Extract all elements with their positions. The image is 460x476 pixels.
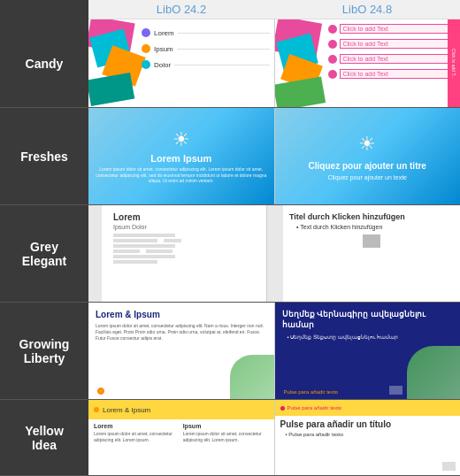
yellow-label: Yellow Idea [0, 400, 88, 476]
yellow-col2-title: Ipsum [183, 423, 269, 429]
grey-row: Lorem Ipsum Dolor Titel durch Kl [88, 205, 460, 303]
candy-link-text-3[interactable]: Click to add Text [340, 54, 456, 64]
yellow-new-dot-icon [280, 406, 285, 411]
freshes-label: Freshes [0, 108, 88, 205]
candy-link-dot-3 [328, 55, 337, 64]
candy-text-1: Lorem [154, 29, 174, 37]
freshes-new-sub: Cliquez pour ajouter un texte [328, 174, 408, 180]
yellow-new-square [442, 462, 456, 471]
candy-new-inner: Click to add Text Click to add Text Clic… [275, 19, 461, 107]
freshes-label-text: Freshes [20, 150, 68, 164]
yellow-new-body: Pulse para añadir un título Pulse para a… [275, 416, 461, 441]
candy-line-3 [174, 65, 269, 65]
grey-old-content: Lorem Ipsum Dolor [96, 212, 259, 264]
grey-label-text: Grey [30, 240, 58, 254]
freshes-old-title: Lorem Ipsum [150, 153, 211, 164]
grey-new-title: Titel durch Klicken hinzufügen [289, 212, 453, 221]
header-old-label: LibO 24.2 [157, 3, 206, 16]
yellow-old-header: Lorem & Ipsum [88, 400, 274, 419]
grey-new-bullet: Text durch Klicken hinzufügen [296, 224, 453, 230]
grey-new-content: Titel durch Klicken hinzufügen Text durc… [289, 212, 453, 248]
shape-teal [88, 73, 134, 106]
yellow-old-cell: Lorem & Ipsum Lorem Lorem ipsum dolor si… [88, 400, 275, 475]
grey-label-text2: Elegant [22, 254, 67, 268]
shape-green-new [275, 76, 326, 107]
candy-dot-3 [142, 60, 150, 69]
candy-link-dot-1 [328, 25, 337, 34]
candy-link-2: Click to add Text [328, 39, 456, 49]
grey-old-sub: Ipsum Dolor [113, 224, 259, 230]
candy-old-text: Lorem Ipsum Dolor [142, 28, 270, 76]
candy-new-cell: Click to add Text Click to add Text Clic… [275, 19, 461, 107]
yellow-col1-title: Lorem [94, 423, 180, 429]
previews-column: Lorem Ipsum Dolor [88, 19, 460, 476]
yellow-new-bullet: Pulse para añadir texto [286, 432, 456, 437]
freshes-new-cell: ☀ Cliquez pour ajouter un titre Cliquez … [275, 108, 461, 204]
candy-link-4: Click to add Text [328, 69, 456, 79]
yellow-new-header-text: Pulse para añadir texto [288, 405, 342, 411]
freshes-sun-old: ☀ [172, 128, 190, 151]
candy-link-text-2[interactable]: Click to add Text [340, 39, 456, 49]
candy-old-cell: Lorem Ipsum Dolor [88, 19, 275, 107]
freshes-sun-new: ☀ [358, 133, 376, 156]
candy-link-dot-2 [328, 40, 337, 49]
header-spacer [0, 0, 88, 19]
yellow-col2-body: Lorem ipsum dolor sit amet, consectetur … [183, 431, 269, 442]
candy-link-text-1[interactable]: Click to add Text [340, 24, 456, 34]
candy-side-text: Click to add T... [451, 48, 456, 78]
growing-old-body: Lorem ipsum dolor sit amet, consectetur … [96, 323, 267, 342]
growing-new-cell: Սեղմեք Վերնագիրը ավելացնելու համար Սեղմե… [275, 303, 461, 399]
grey-old-cell: Lorem Ipsum Dolor [88, 205, 267, 302]
candy-dot-2 [142, 44, 150, 53]
yellow-new-header: Pulse para añadir texto [275, 400, 461, 416]
candy-link-text-4[interactable]: Click to add Text [340, 69, 456, 79]
candy-text-2: Ipsum [154, 45, 173, 53]
header-row: LibO 24.2 LibO 24.8 [0, 0, 460, 19]
grey-sidebar-new [267, 205, 283, 302]
growing-label-text: Growing [19, 337, 70, 351]
yellow-old-header-text: Lorem & Ipsum [103, 406, 150, 414]
candy-side-panel: Click to add T... [448, 19, 460, 107]
candy-link-1: Click to add Text [328, 24, 456, 34]
header-old: LibO 24.2 [88, 0, 274, 19]
yellow-col1-body: Lorem ipsum dolor sit amet, consectetur … [94, 431, 180, 442]
grey-sidebar-old [88, 205, 102, 302]
candy-text-3: Dolor [154, 61, 171, 69]
header-new-label: LibO 24.8 [342, 3, 392, 16]
growing-old-dot [97, 388, 104, 395]
content-area: Candy Freshes Grey Elegant Growing Liber… [0, 19, 460, 476]
yellow-row: Lorem & Ipsum Lorem Lorem ipsum dolor si… [88, 400, 460, 476]
candy-link-3: Click to add Text [328, 54, 456, 64]
growing-new-title: Սեղմեք Վերնագիրը ավելացնելու համար [282, 310, 454, 330]
yellow-new-title: Pulse para añadir un título [280, 419, 456, 429]
candy-line-2 [177, 49, 270, 50]
grey-new-cell: Titel durch Klicken hinzufügen Text durc… [267, 205, 460, 302]
grey-label: Grey Elegant [0, 205, 88, 303]
candy-label: Candy [0, 19, 88, 108]
growing-leaf-new [407, 346, 460, 399]
yellow-label-text: Yellow [25, 424, 64, 438]
candy-row: Lorem Ipsum Dolor [88, 19, 460, 108]
candy-shapes-new [275, 19, 328, 107]
yellow-old-body: Lorem Lorem ipsum dolor sit amet, consec… [88, 419, 274, 446]
candy-link-dot-4 [328, 70, 337, 79]
growing-leaf-old [230, 355, 274, 399]
growing-new-square [389, 386, 402, 395]
freshes-old-cell: ☀ Lorem Ipsum Lorem ipsum dolor sit amet… [88, 108, 275, 204]
growing-dot-label: Pulse para añadir texto [284, 389, 339, 395]
candy-item-1: Lorem [142, 28, 270, 37]
growing-row: Lorem & Ipsum Lorem ipsum dolor sit amet… [88, 303, 460, 400]
growing-label: Growing Liberty [0, 303, 88, 400]
candy-line-1 [178, 33, 270, 34]
yellow-new-cell: Pulse para añadir texto Pulse para añadi… [275, 400, 461, 475]
freshes-new-title: Cliquez pour ajouter un titre [309, 161, 426, 171]
growing-new-bullet: Սեղմեք Տեքստը ավելացնելու համար [288, 334, 454, 341]
candy-item-2: Ipsum [142, 44, 270, 53]
grey-old-lines [113, 234, 259, 264]
label-column: Candy Freshes Grey Elegant Growing Liber… [0, 19, 88, 476]
candy-old-inner: Lorem Ipsum Dolor [88, 19, 274, 107]
freshes-old-body: Lorem ipsum dolor sit amet, consectetur … [93, 166, 270, 184]
growing-old-cell: Lorem & Ipsum Lorem ipsum dolor sit amet… [88, 303, 275, 399]
header-new: LibO 24.8 [274, 0, 460, 19]
yellow-old-left: Lorem Lorem ipsum dolor sit amet, consec… [94, 423, 183, 442]
